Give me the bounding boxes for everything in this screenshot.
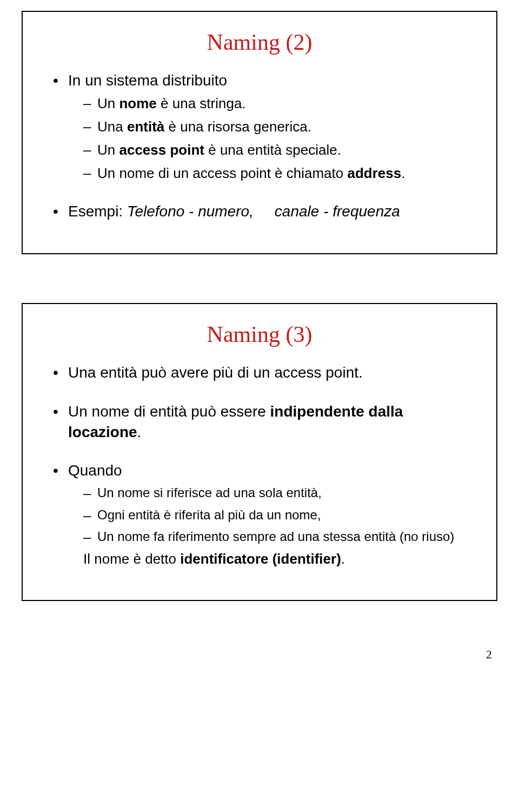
result-line: Il nome è detto identificatore (identifi… (83, 550, 470, 569)
sub-item: Un nome è una stringa. (83, 94, 470, 113)
bullet-item-examples: Esempi: Telefono - numero, canale - freq… (53, 201, 470, 222)
slide-naming-2: Naming (2) In un sistema distribuito Un … (22, 11, 497, 254)
bullet-text: In un sistema distribuito (68, 72, 227, 89)
bullet-item-quando: Quando Un nome si riferisce ad una sola … (53, 460, 470, 569)
slide-naming-3: Naming (3) Una entità può avere più di u… (22, 303, 497, 601)
sub-item: Un nome si riferisce ad una sola entità, (83, 484, 470, 501)
sub-list: Un nome si riferisce ad una sola entità,… (68, 484, 470, 545)
sub-item: Una entità è una risorsa generica. (83, 117, 470, 136)
sub-item: Ogni entità è riferita al più da un nome… (83, 506, 470, 524)
sub-list: Un nome è una stringa. Una entità è una … (68, 94, 470, 183)
slide-title: Naming (2) (49, 29, 470, 55)
slide-title: Naming (3) (49, 321, 470, 347)
bullet-item: Un nome di entità può essere indipendent… (53, 401, 470, 443)
bullet-list: Una entità può avere più di un access po… (49, 362, 470, 569)
sub-item: Un access point è una entità speciale. (83, 141, 470, 160)
bullet-item: In un sistema distribuito Un nome è una … (53, 70, 470, 183)
sub-item: Un nome di un access point è chiamato ad… (83, 164, 470, 183)
bullet-list: In un sistema distribuito Un nome è una … (49, 70, 470, 222)
sub-item: Un nome fa riferimento sempre ad una ste… (83, 528, 470, 545)
bullet-item: Una entità può avere più di un access po… (53, 362, 470, 383)
page-number: 2 (486, 648, 492, 662)
